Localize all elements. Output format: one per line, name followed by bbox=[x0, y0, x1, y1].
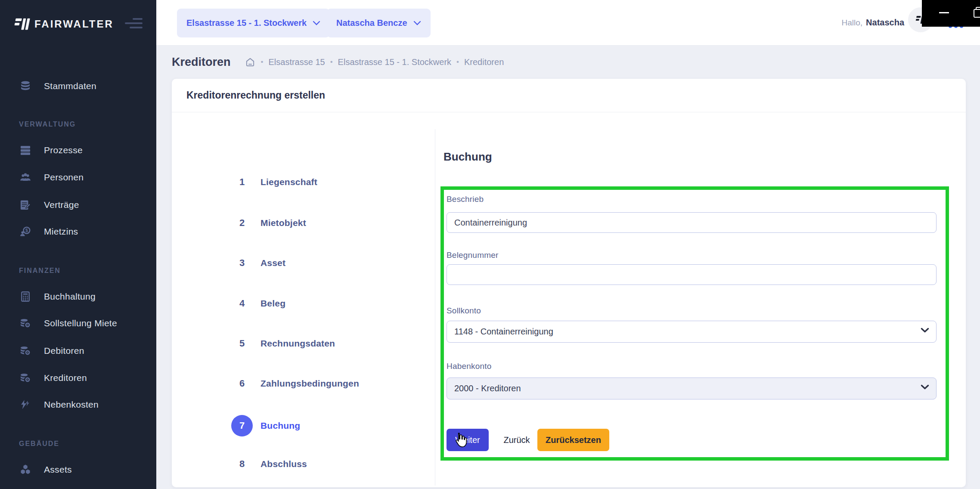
greeting-prefix: Hallo, bbox=[841, 18, 862, 28]
sidebar-item-label: Sollstellung Miete bbox=[44, 318, 117, 328]
step-3-asset[interactable]: 3 Asset bbox=[231, 257, 285, 269]
chevron-down-icon bbox=[313, 21, 320, 25]
topbar: Elsastrasse 15 - 1. Stockwerk Natascha B… bbox=[156, 0, 980, 45]
sidebar-item-stammdaten[interactable]: Stammdaten bbox=[0, 78, 156, 94]
chevron-down-icon bbox=[413, 21, 421, 25]
weiter-button[interactable]: Weiter bbox=[447, 429, 489, 451]
sidebar-section-gebaeude: GEBÄUDE bbox=[19, 439, 59, 449]
beschrieb-input[interactable] bbox=[447, 212, 937, 233]
breadcrumb: Kreditoren • Elsastrasse 15 • Elsastrass… bbox=[172, 51, 504, 73]
capture-overlay bbox=[922, 0, 980, 27]
sidebar-item-nebenkosten[interactable]: Nebenkosten bbox=[0, 396, 156, 413]
property-selector-dropdown[interactable]: Elsastrasse 15 - 1. Stockwerk bbox=[177, 9, 330, 37]
step-number: 6 bbox=[231, 378, 253, 389]
people-icon bbox=[19, 171, 32, 183]
contract-icon bbox=[19, 199, 32, 211]
step-label: Buchung bbox=[261, 421, 300, 431]
card-header: Kreditorenrechnung erstellen bbox=[172, 79, 966, 112]
step-number: 3 bbox=[231, 257, 253, 269]
person-selector-dropdown[interactable]: Natascha Bencze bbox=[327, 9, 431, 37]
breadcrumb-link[interactable]: Kreditoren bbox=[464, 57, 504, 67]
cubes-icon bbox=[19, 464, 32, 476]
app-window: FAIRWALTER Stammdaten VERWALTUNG Prozess… bbox=[0, 0, 980, 489]
greeting-name: Natascha bbox=[866, 18, 904, 28]
sidebar-item-debitoren[interactable]: Debitoren bbox=[0, 343, 156, 359]
wizard-card: Kreditorenrechnung erstellen 1 Liegensch… bbox=[172, 79, 966, 487]
breadcrumb-link[interactable]: Elsastrasse 15 - 1. Stockwerk bbox=[338, 57, 451, 67]
copy-window-icon[interactable] bbox=[973, 7, 980, 18]
sollkonto-select[interactable]: 1148 - Containerreinigung bbox=[447, 321, 937, 343]
minimize-icon[interactable] bbox=[939, 12, 949, 13]
sidebar-item-mietzins[interactable]: $ Mietzins bbox=[0, 223, 156, 240]
calculator-icon bbox=[19, 291, 32, 303]
sidebar-item-kreditoren[interactable]: Kreditoren bbox=[0, 370, 156, 386]
step-label: Rechnungsdaten bbox=[261, 338, 335, 349]
sollkonto-label: Sollkonto bbox=[447, 306, 481, 316]
sidebar-collapse-icon[interactable] bbox=[125, 18, 143, 29]
step-number: 2 bbox=[231, 217, 253, 229]
step-number: 7 bbox=[231, 415, 253, 436]
breadcrumb-separator: • bbox=[261, 58, 264, 66]
greeting: Hallo, Natascha bbox=[841, 0, 904, 45]
step-number: 1 bbox=[231, 176, 253, 188]
step-label: Mietobjekt bbox=[261, 218, 306, 228]
sidebar-item-label: Debitoren bbox=[44, 346, 84, 356]
sidebar-item-label: Verträge bbox=[44, 200, 79, 210]
sidebar-item-label: Prozesse bbox=[44, 145, 83, 155]
database-icon bbox=[19, 80, 32, 92]
step-5-rechnungsdaten[interactable]: 5 Rechnungsdaten bbox=[231, 338, 335, 349]
sollkonto-value: 1148 - Containerreinigung bbox=[454, 327, 553, 337]
sidebar-section-verwaltung: VERWALTUNG bbox=[19, 119, 76, 130]
belegnummer-input[interactable] bbox=[447, 264, 937, 285]
sidebar-item-label: Buchhaltung bbox=[44, 291, 96, 302]
sidebar-item-buchhaltung[interactable]: Buchhaltung bbox=[0, 288, 156, 305]
sidebar-item-label: Assets bbox=[44, 464, 72, 475]
card-title: Kreditorenrechnung erstellen bbox=[186, 90, 325, 101]
step-4-beleg[interactable]: 4 Beleg bbox=[231, 298, 285, 309]
step-8-abschluss[interactable]: 8 Abschluss bbox=[231, 458, 307, 470]
step-number: 4 bbox=[231, 298, 253, 309]
zurueck-button[interactable]: Zurück bbox=[497, 429, 536, 451]
step-number: 5 bbox=[231, 338, 253, 349]
sidebar-item-personen[interactable]: Personen bbox=[0, 169, 156, 186]
sidebar-section-finanzen: FINANZEN bbox=[19, 266, 61, 276]
home-icon[interactable] bbox=[245, 56, 256, 68]
step-label: Liegenschaft bbox=[261, 177, 317, 187]
breadcrumb-separator: • bbox=[330, 58, 333, 66]
sidebar-item-assets[interactable]: Assets bbox=[0, 461, 156, 478]
step-label: Beleg bbox=[261, 298, 285, 309]
habenkonto-label: Habenkonto bbox=[447, 362, 491, 371]
zuruecksetzen-button[interactable]: Zurücksetzen bbox=[537, 429, 609, 451]
fairwalter-logo-icon bbox=[12, 15, 31, 33]
svg-text:$: $ bbox=[25, 228, 28, 233]
page-title: Kreditoren bbox=[172, 56, 231, 69]
step-label: Abschluss bbox=[261, 459, 307, 469]
sidebar-item-label: Nebenkosten bbox=[44, 399, 99, 410]
chevron-down-icon bbox=[921, 384, 929, 390]
brand-name: FAIRWALTER bbox=[34, 18, 114, 30]
property-selector-label: Elsastrasse 15 - 1. Stockwerk bbox=[186, 18, 307, 28]
sidebar-item-sollstellung-miete[interactable]: Sollstellung Miete bbox=[0, 315, 156, 331]
sidebar-item-label: Personen bbox=[44, 172, 84, 183]
step-2-mietobjekt[interactable]: 2 Mietobjekt bbox=[231, 217, 306, 229]
belegnummer-label: Belegnummer bbox=[447, 251, 498, 260]
step-6-zahlungsbedingungen[interactable]: 6 Zahlungsbedingungen bbox=[231, 378, 359, 389]
coins-icon bbox=[19, 345, 32, 357]
chevron-down-icon bbox=[921, 328, 929, 333]
sidebar-item-vertraege[interactable]: Verträge bbox=[0, 197, 156, 213]
step-1-liegenschaft[interactable]: 1 Liegenschaft bbox=[231, 176, 317, 188]
habenkonto-select[interactable]: 2000 - Kreditoren bbox=[447, 378, 937, 399]
column-divider bbox=[435, 129, 435, 486]
sidebar-item-label: Stammdaten bbox=[44, 81, 96, 91]
breadcrumb-link[interactable]: Elsastrasse 15 bbox=[268, 57, 325, 67]
process-list-icon bbox=[19, 144, 32, 156]
bolt-icon bbox=[19, 399, 32, 411]
coins-icon bbox=[19, 372, 32, 384]
step-number: 8 bbox=[231, 458, 253, 470]
step-7-buchung[interactable]: 7 Buchung bbox=[231, 415, 300, 436]
habenkonto-value: 2000 - Kreditoren bbox=[454, 384, 521, 393]
beschrieb-label: Beschrieb bbox=[447, 195, 484, 204]
sidebar-item-label: Kreditoren bbox=[44, 373, 87, 383]
sidebar-item-prozesse[interactable]: Prozesse bbox=[0, 142, 156, 158]
form-heading: Buchung bbox=[443, 150, 492, 164]
